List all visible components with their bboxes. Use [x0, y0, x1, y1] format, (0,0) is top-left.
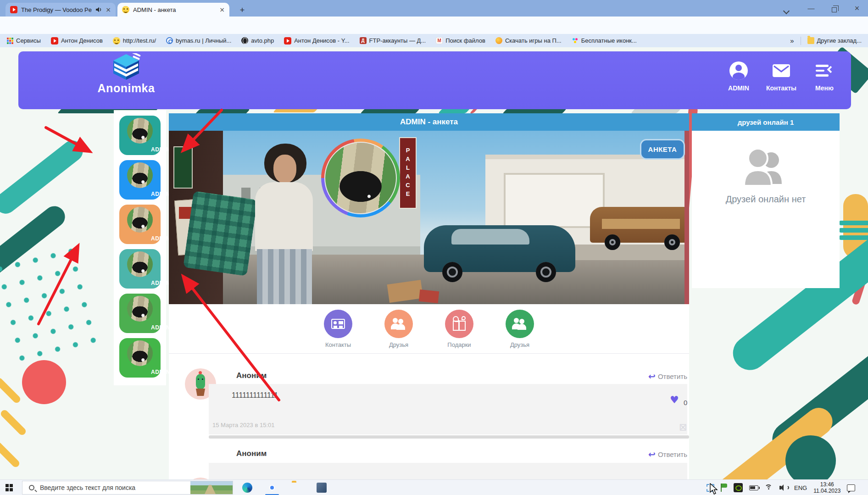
- profile-actions-row: Контакты Друзья Подарки Друзья: [169, 304, 689, 354]
- logo-text: Anonimka: [87, 82, 165, 95]
- tab-admin-anketa[interactable]: ADMIN - анкета ×: [117, 3, 229, 17]
- user-avatar-tile[interactable]: ADMIN: [119, 294, 161, 333]
- bookmark-item[interactable]: Антон Денисов - Y...: [284, 37, 349, 44]
- action-contacts[interactable]: Контакты: [321, 310, 356, 353]
- like-heart-icon[interactable]: ♥: [670, 394, 679, 406]
- bookmark-item[interactable]: Скачать игры на П...: [495, 37, 562, 44]
- action-friends-2[interactable]: Друзья: [502, 310, 537, 353]
- bookmark-item[interactable]: Антон Денисов: [51, 37, 103, 44]
- flaticon-icon: [572, 37, 579, 44]
- user-avatar-tile[interactable]: ADMIN: [119, 338, 161, 378]
- notification-center-icon[interactable]: [847, 484, 855, 491]
- comment-body-panel: [209, 463, 687, 479]
- profile-avatar-ring[interactable]: [321, 139, 400, 217]
- divider: [801, 37, 801, 45]
- nav-contacts[interactable]: Контакты: [761, 61, 802, 92]
- plaid-fabric: [183, 191, 257, 276]
- wheel: [664, 234, 680, 250]
- wheel: [536, 262, 556, 282]
- profile-card: ADMIN - анкета PALACE: [169, 113, 689, 479]
- clock[interactable]: 13:4611.04.2023: [813, 481, 840, 494]
- google-apps-icon: [6, 37, 13, 44]
- anketa-button[interactable]: АНКЕТА: [640, 139, 685, 160]
- pot-icon: [195, 389, 206, 396]
- window-close-button[interactable]: ×: [848, 4, 866, 13]
- user-avatar-tile[interactable]: ADMIN: [119, 160, 161, 200]
- bookmarks-bar: Сервисы Антон Денисов http://test.ru/ by…: [0, 34, 868, 47]
- bookmarks-overflow-chevron[interactable]: »: [790, 37, 794, 44]
- smiley-favicon: [122, 6, 129, 13]
- taskbar-search-box[interactable]: Введите здесь текст для поиска: [22, 481, 233, 495]
- woman-figure: [255, 182, 313, 251]
- mouse-cursor: [709, 483, 719, 495]
- contact-card-icon: [331, 319, 345, 329]
- nvidia-icon[interactable]: [734, 483, 743, 492]
- friends-icon: [512, 318, 528, 330]
- search-placeholder: Введите здесь текст для поиска: [40, 484, 135, 491]
- other-bookmarks-folder[interactable]: Другие заклад...: [807, 37, 862, 44]
- pet-photo: [127, 207, 153, 233]
- bookmark-item[interactable]: bymas.ru | Личный...: [166, 37, 231, 44]
- pinned-app-icon[interactable]: [317, 483, 327, 493]
- speaker-icon[interactable]: [95, 6, 102, 13]
- smiley-icon: [113, 37, 120, 44]
- user-avatar-tile[interactable]: ADMIN: [119, 249, 161, 289]
- decor-yellow-dash: [0, 377, 22, 405]
- close-tab-icon[interactable]: ×: [106, 6, 111, 13]
- bookmark-item[interactable]: Бесплатные иконк...: [572, 37, 637, 44]
- comment-author[interactable]: Аноним: [236, 371, 267, 380]
- action-friends[interactable]: Друзья: [381, 310, 416, 353]
- globe-icon: [241, 37, 248, 44]
- flag-tray-icon[interactable]: [721, 484, 727, 492]
- wifi-icon[interactable]: [765, 484, 773, 491]
- window-restore-button[interactable]: [825, 6, 843, 15]
- site-header: Anonimka ADMIN Контакты Меню: [18, 51, 851, 109]
- language-indicator[interactable]: ENG: [794, 484, 807, 491]
- cube-logo-icon: [111, 53, 141, 81]
- woman-figure: [257, 249, 312, 304]
- comment-divider: [209, 435, 689, 439]
- comment-text: 1111111111111: [232, 391, 278, 400]
- mail-m-icon: М: [436, 37, 443, 44]
- reply-button[interactable]: ↩Ответить: [648, 449, 687, 459]
- edge-icon[interactable]: [242, 483, 252, 493]
- search-highlight-image[interactable]: [190, 481, 233, 495]
- search-icon: [29, 485, 34, 490]
- reply-button[interactable]: ↩Ответить: [648, 371, 687, 381]
- like-count: 0: [684, 399, 687, 406]
- delete-comment-icon[interactable]: ⊠: [679, 422, 687, 433]
- pet-photo: [127, 340, 153, 366]
- user-avatar-tile[interactable]: ADMIN: [119, 205, 161, 244]
- bookmark-item[interactable]: МПоиск файлов: [436, 37, 485, 44]
- windows-taskbar: Введите здесь текст для поиска ENG 13:46…: [0, 479, 868, 495]
- bookmark-item[interactable]: Сервисы: [6, 37, 41, 44]
- decor-red-circle: [22, 360, 66, 404]
- site-logo[interactable]: Anonimka: [87, 53, 165, 95]
- close-tab-icon[interactable]: ×: [219, 6, 225, 13]
- user-icon: [729, 61, 748, 80]
- tab-title: ADMIN - анкета: [133, 6, 216, 13]
- nav-menu[interactable]: Меню: [804, 61, 845, 92]
- action-gifts[interactable]: Подарки: [442, 310, 477, 353]
- new-tab-button[interactable]: +: [237, 5, 248, 16]
- bookmark-item[interactable]: http://test.ru/: [113, 37, 156, 44]
- bookmark-item[interactable]: avto.php: [241, 37, 274, 44]
- bookmark-item[interactable]: ДFTP-аккаунты — Д...: [360, 37, 426, 44]
- start-button[interactable]: [6, 484, 13, 491]
- folder-icon: [807, 37, 814, 44]
- profile-title-bar: ADMIN - анкета: [169, 113, 689, 131]
- no-friends-text: Друзей онлайн нет: [692, 194, 840, 205]
- decor-dots: [0, 239, 108, 365]
- user-avatar-tile[interactable]: ADMIN: [119, 116, 161, 155]
- nav-admin[interactable]: ADMIN: [718, 61, 759, 92]
- tab-search-chevron-icon[interactable]: [777, 6, 796, 16]
- window-minimize-button[interactable]: —: [802, 4, 820, 13]
- tab-prodigy[interactable]: The Prodigy — Voodoo Peop ×: [6, 3, 116, 17]
- volume-icon[interactable]: [779, 484, 788, 491]
- decor-yellow-dash: [0, 441, 21, 469]
- package: [419, 289, 439, 303]
- battery-icon[interactable]: [749, 485, 758, 490]
- comment-author[interactable]: Аноним: [236, 449, 267, 458]
- tab-title: The Prodigy — Voodoo Peop: [21, 6, 92, 13]
- mail-icon: [772, 64, 790, 78]
